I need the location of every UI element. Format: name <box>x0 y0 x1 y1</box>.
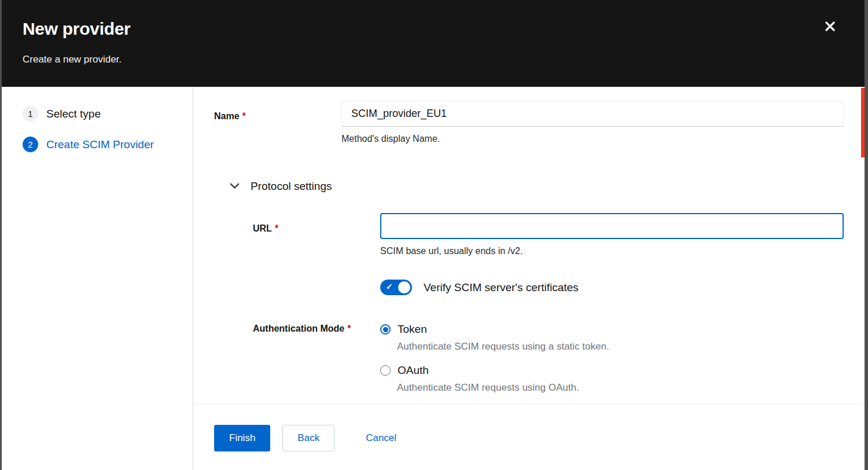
required-asterisk: * <box>347 324 351 333</box>
step-number-badge: 1 <box>23 106 38 122</box>
authentication-mode-row: Authentication Mode* Token Authenticate … <box>253 323 844 394</box>
name-field-row: Name* Method's display Name. <box>214 101 844 144</box>
authentication-mode-label: Authentication Mode <box>253 324 344 333</box>
protocol-settings-section-toggle[interactable]: Protocol settings <box>230 180 844 193</box>
url-field-row: URL* SCIM base url, usually ends in /v2. <box>253 213 844 256</box>
protocol-settings-title: Protocol settings <box>251 180 332 193</box>
radio-option-label: Token <box>398 323 427 336</box>
url-helper-text: SCIM base url, usually ends in /v2. <box>380 246 844 256</box>
toggle-knob <box>398 281 410 293</box>
name-field-label: Name <box>214 111 240 121</box>
radio-option-description: Authenticate SCIM requests using OAuth. <box>397 382 844 394</box>
step-label: Create SCIM Provider <box>46 138 154 151</box>
name-input[interactable] <box>341 101 844 127</box>
close-button[interactable] <box>822 19 838 35</box>
verify-certificates-row: ✓ Verify SCIM server's certificates <box>253 256 844 295</box>
required-asterisk: * <box>275 223 278 233</box>
step-number-badge: 2 <box>23 137 38 152</box>
radio-unselected-icon[interactable] <box>380 365 391 376</box>
check-icon: ✓ <box>386 282 393 291</box>
auth-mode-option-token[interactable]: Token Authenticate SCIM requests using a… <box>380 323 844 352</box>
cancel-button[interactable]: Cancel <box>360 425 402 451</box>
provider-form: Name* Method's display Name. Protocol se… <box>193 87 865 403</box>
step-label: Select type <box>46 108 101 120</box>
finish-button[interactable]: Finish <box>214 425 270 451</box>
close-icon <box>825 21 836 34</box>
wizard-step-create-scim-provider[interactable]: 2 Create SCIM Provider <box>23 137 181 152</box>
protocol-settings-group: URL* SCIM base url, usually ends in /v2. <box>253 213 844 394</box>
chevron-down-icon <box>230 181 240 192</box>
back-button[interactable]: Back <box>282 425 334 451</box>
required-asterisk: * <box>242 111 246 121</box>
url-input[interactable] <box>380 213 844 239</box>
modal-header: New provider Create a new provider. <box>2 0 865 87</box>
verify-certificates-label: Verify SCIM server's certificates <box>424 281 579 294</box>
auth-mode-option-oauth[interactable]: OAuth Authenticate SCIM requests using O… <box>380 364 844 394</box>
name-helper-text: Method's display Name. <box>341 134 844 144</box>
verify-certificates-toggle[interactable]: ✓ <box>380 280 412 295</box>
radio-option-description: Authenticate SCIM requests using a stati… <box>397 341 844 352</box>
radio-option-label: OAuth <box>398 364 429 377</box>
modal-body: 1 Select type 2 Create SCIM Provider Nam… <box>2 87 865 470</box>
radio-selected-icon[interactable] <box>380 324 391 335</box>
page-title: New provider <box>23 17 841 41</box>
form-content-column: Name* Method's display Name. Protocol se… <box>193 87 865 470</box>
wizard-step-select-type[interactable]: 1 Select type <box>23 106 181 122</box>
page-subtitle: Create a new provider. <box>23 54 841 65</box>
wizard-steps-sidebar: 1 Select type 2 Create SCIM Provider <box>2 87 193 470</box>
new-provider-modal: New provider Create a new provider. 1 Se… <box>2 0 865 470</box>
scrollbar-thumb[interactable] <box>861 88 865 157</box>
url-field-label: URL <box>253 223 272 233</box>
modal-footer: Finish Back Cancel <box>193 403 865 470</box>
